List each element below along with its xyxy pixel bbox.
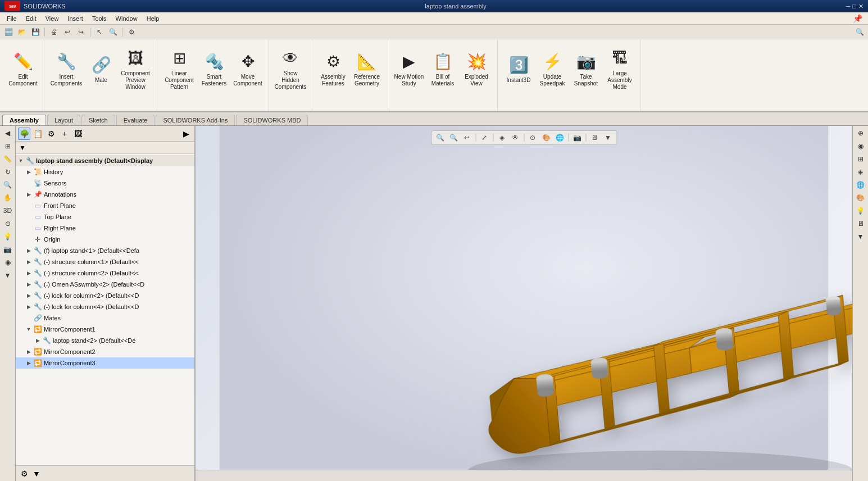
tab-solidworks-addins[interactable]: SOLIDWORKS Add-Ins: [156, 115, 235, 125]
tree-item-laptop-stand-1[interactable]: ▶ 🔧 (f) laptop stand<1> (Default<<Defa: [16, 245, 194, 256]
edit-component-btn[interactable]: ✏️ EditComponent: [7, 42, 39, 98]
tree-item-structure-column-1[interactable]: ▶ 🔧 (-) structure column<1> (Default<<: [16, 256, 194, 267]
rp-btn-7[interactable]: 💡: [855, 205, 867, 217]
property-manager-tab[interactable]: 📋: [31, 128, 44, 140]
lp-arrow-btn[interactable]: ◀: [2, 127, 14, 139]
exploded-view-btn[interactable]: 💥 ExplodedView: [460, 42, 493, 98]
menu-item-file[interactable]: File: [2, 14, 21, 23]
rp-btn-9[interactable]: ▼: [855, 230, 867, 243]
vt-display-style[interactable]: ◈: [496, 132, 508, 143]
lp-snap-btn[interactable]: 📏: [2, 153, 14, 165]
tree-item-right-plane[interactable]: ▭ Right Plane: [16, 223, 194, 234]
tree-item-structure-column-2[interactable]: ▶ 🔧 (-) structure column<2> (Default<<: [16, 267, 194, 279]
tab-sketch[interactable]: Sketch: [81, 115, 115, 125]
linear-component-pattern-btn[interactable]: ⊞ Linear ComponentPattern: [162, 42, 197, 98]
tree-item-history[interactable]: ▶ 📜 History: [16, 166, 194, 178]
lp-light-btn[interactable]: 💡: [2, 230, 14, 243]
undo-btn[interactable]: ↩: [61, 26, 74, 38]
menu-item-view[interactable]: View: [41, 14, 63, 23]
rp-btn-2[interactable]: ◉: [855, 140, 867, 152]
tree-item-mates[interactable]: 🔗 Mates: [16, 312, 194, 324]
new-motion-study-btn[interactable]: ▶ New MotionStudy: [393, 42, 425, 98]
sidebar-bottom-btn-2[interactable]: ▼: [30, 468, 43, 480]
viewport[interactable]: 🔍 🔍 ↩ ⤢ ◈ 👁 ⊙ 🎨 🌐 📷 🖥 ▼: [196, 126, 852, 481]
vt-hide-show[interactable]: ⊙: [526, 132, 539, 143]
lp-hide-btn[interactable]: ◉: [2, 256, 14, 269]
tree-item-lock-column-2[interactable]: ▶ 🔧 (-) lock for column<2> (Default<<D: [16, 290, 194, 301]
config-manager-tab[interactable]: ⚙: [45, 128, 57, 140]
pin-icon[interactable]: 📌: [849, 14, 866, 23]
move-component-btn[interactable]: ✥ MoveComponent: [231, 42, 264, 98]
tab-assembly[interactable]: Assembly: [2, 115, 46, 125]
lp-view-btn[interactable]: ⊞: [2, 140, 14, 152]
search-btn[interactable]: 🔍: [853, 26, 866, 38]
redo-btn[interactable]: ↪: [75, 26, 87, 38]
menu-item-tools[interactable]: Tools: [88, 14, 111, 23]
close-btn[interactable]: ✕: [858, 3, 864, 10]
tree-item-origin[interactable]: ✛ Origin: [16, 234, 194, 245]
vt-display[interactable]: 🖥: [588, 132, 601, 143]
bill-of-materials-btn[interactable]: 📋 Bill ofMaterials: [426, 42, 459, 98]
lp-rotate-btn[interactable]: ↻: [2, 166, 14, 178]
vt-view-orientation[interactable]: ⤢: [478, 132, 490, 143]
rp-btn-8[interactable]: 🖥: [855, 217, 867, 230]
tree-item-mirror-component-1[interactable]: ▼ 🔁 MirrorComponent1: [16, 324, 194, 335]
tree-item-lock-column-4[interactable]: ▶ 🔧 (-) lock for column<4> (Default<<D: [16, 301, 194, 312]
lp-more-btn[interactable]: ▼: [2, 269, 14, 282]
save-btn[interactable]: 💾: [29, 26, 42, 38]
lp-camera-btn[interactable]: 📷: [2, 243, 14, 256]
open-btn[interactable]: 📂: [16, 26, 28, 38]
tree-item-laptop-stand-2[interactable]: ▶ 🔧 laptop stand<2> (Default<<De: [16, 335, 194, 346]
minimize-btn[interactable]: ─: [846, 3, 851, 10]
take-snapshot-btn[interactable]: 📷 TakeSnapshot: [570, 42, 602, 98]
zoom-btn[interactable]: 🔍: [107, 26, 119, 38]
display-manager-tab[interactable]: 🖼: [72, 128, 84, 140]
vt-zoom-to-fit[interactable]: 🔍: [434, 132, 446, 143]
menu-item-edit[interactable]: Edit: [21, 14, 41, 23]
lp-zoom-btn[interactable]: 🔍: [2, 179, 14, 191]
reference-geometry-btn[interactable]: 📐 ReferenceGeometry: [351, 42, 383, 98]
component-preview-window-btn[interactable]: 🖼 ComponentPreviewWindow: [119, 42, 152, 98]
tab-layout[interactable]: Layout: [47, 115, 80, 125]
rp-btn-4[interactable]: ◈: [855, 166, 867, 178]
filter-btn[interactable]: ▼: [19, 144, 26, 152]
new-btn[interactable]: 🆕: [2, 26, 15, 38]
update-speedpak-btn[interactable]: ⚡ UpdateSpeedpak: [536, 42, 569, 98]
tree-item-mirror-component-3[interactable]: ▶ 🔁 MirrorComponent3: [16, 357, 194, 369]
tree-item-mirror-component-2[interactable]: ▶ 🔁 MirrorComponent2: [16, 346, 194, 357]
feature-manager-tab[interactable]: 🌳: [18, 128, 30, 140]
tree-item-front-plane[interactable]: ▭ Front Plane: [16, 200, 194, 211]
tree-item-sensors[interactable]: 📡 Sensors: [16, 178, 194, 189]
assembly-features-btn[interactable]: ⚙ AssemblyFeatures: [317, 42, 349, 98]
lp-section-btn[interactable]: ⊙: [2, 217, 14, 230]
show-hidden-components-btn[interactable]: 👁 ShowHiddenComponents: [274, 42, 307, 98]
menu-item-insert[interactable]: Insert: [63, 14, 88, 23]
tree-item-annotations[interactable]: ▶ 📌 Annotations: [16, 189, 194, 200]
tree-item-omen-assembly[interactable]: ▶ 🔧 (-) Omen ASswmbly<2> (Default<<D: [16, 279, 194, 290]
options-btn[interactable]: ⚙: [125, 26, 138, 38]
mate-btn[interactable]: 🔗 Mate: [85, 42, 117, 98]
vt-view-settings[interactable]: 👁: [509, 132, 521, 143]
tab-solidworks-mbd[interactable]: SOLIDWORKS MBD: [236, 115, 308, 125]
smart-fasteners-btn[interactable]: 🔩 SmartFasteners: [198, 42, 230, 98]
rp-btn-1[interactable]: ⊕: [855, 127, 867, 139]
vt-appearance[interactable]: 🎨: [540, 132, 552, 143]
sidebar-bottom-btn-1[interactable]: ⚙: [18, 468, 30, 480]
menu-item-help[interactable]: Help: [142, 14, 164, 23]
lp-3d-btn[interactable]: 3D: [2, 205, 14, 217]
rp-btn-6[interactable]: 🎨: [855, 192, 867, 204]
vt-zoom-in[interactable]: 🔍: [447, 132, 460, 143]
lp-pan-btn[interactable]: ✋: [2, 192, 14, 204]
vt-scene[interactable]: 🌐: [553, 132, 566, 143]
tree-item-top-plane[interactable]: ▭ Top Plane: [16, 211, 194, 223]
more-tab[interactable]: ▶: [180, 128, 192, 140]
vt-more[interactable]: ▼: [602, 132, 614, 143]
maximize-btn[interactable]: □: [852, 3, 856, 10]
print-btn[interactable]: 🖨: [48, 26, 60, 38]
large-assembly-mode-btn[interactable]: 🏗 LargeAssemblyMode: [603, 42, 636, 98]
select-btn[interactable]: ↖: [93, 26, 106, 38]
vt-camera[interactable]: 📷: [571, 132, 583, 143]
insert-components-btn[interactable]: 🔧 InsertComponents: [49, 42, 84, 98]
dimxpert-tab[interactable]: +: [58, 128, 71, 140]
instant3d-btn[interactable]: 3️⃣ Instant3D: [502, 42, 535, 98]
